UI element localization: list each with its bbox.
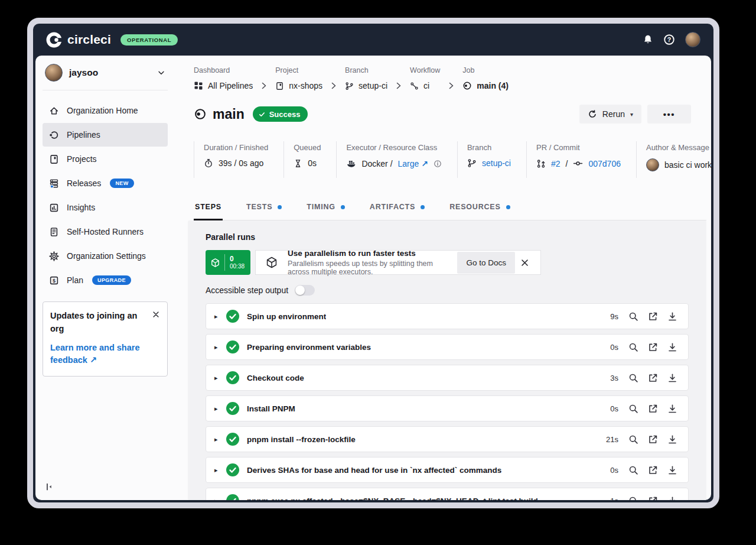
- close-icon[interactable]: [515, 258, 535, 267]
- sidebar-item-releases[interactable]: Releases NEW: [43, 171, 168, 195]
- step-duration: 21s: [599, 435, 618, 444]
- sidebar-item-organization-settings[interactable]: Organization Settings: [43, 244, 168, 268]
- breadcrumb-branch[interactable]: setup-ci: [345, 80, 387, 92]
- rerun-label: Rerun: [602, 109, 625, 119]
- sidebar-item-projects[interactable]: Projects: [43, 147, 168, 171]
- search-output-icon[interactable]: [628, 434, 638, 445]
- parallel-runs-row: 0 00:38 Use parallelism to run faster te…: [206, 250, 689, 275]
- search-output-icon[interactable]: [628, 373, 638, 383]
- collapse-sidebar-icon[interactable]: [43, 482, 168, 500]
- sidebar-item-plan[interactable]: $ Plan UPGRADE: [43, 268, 168, 292]
- expand-triangle-icon[interactable]: ▸: [214, 405, 225, 413]
- toggle-knob: [295, 286, 305, 295]
- step-duration: 0s: [603, 466, 618, 475]
- open-in-new-icon[interactable]: [648, 496, 658, 501]
- tab-dot: [341, 205, 345, 209]
- commit-hash-link[interactable]: 007d706: [588, 159, 621, 168]
- search-output-icon[interactable]: [628, 404, 638, 414]
- step-row[interactable]: ▸ Derives SHAs for base and head for use…: [206, 457, 689, 483]
- expand-triangle-icon[interactable]: ▸: [214, 343, 225, 351]
- download-icon[interactable]: [667, 465, 677, 475]
- breadcrumb-label: Project: [275, 66, 322, 75]
- tab-artifacts[interactable]: ARTIFACTS: [369, 198, 426, 220]
- step-row[interactable]: ▸ Spin up environment 9s: [206, 303, 689, 329]
- sidebar-item-label: Plan: [67, 275, 83, 285]
- circleci-logo[interactable]: circleci: [46, 32, 111, 48]
- commit-message: basic ci workflow: [664, 160, 711, 170]
- breadcrumb-group-job: Job main (4): [462, 66, 509, 92]
- learn-more-link[interactable]: Learn more and share feedback ↗: [50, 342, 160, 368]
- step-row[interactable]: ▸ Preparing environment variables 0s: [206, 334, 689, 360]
- stopwatch-icon: [204, 158, 213, 168]
- search-output-icon[interactable]: [628, 465, 638, 475]
- breadcrumb-all-pipelines[interactable]: All Pipelines: [194, 80, 253, 92]
- rerun-button[interactable]: Rerun ▾: [579, 105, 641, 124]
- pr-number-link[interactable]: #2: [551, 159, 561, 168]
- user-avatar[interactable]: [685, 32, 700, 47]
- notifications-bell-icon[interactable]: [643, 34, 653, 45]
- expand-triangle-icon[interactable]: ▸: [214, 497, 225, 501]
- tab-label: RESOURCES: [449, 203, 500, 211]
- project-icon: [275, 82, 284, 90]
- download-icon[interactable]: [667, 312, 677, 322]
- expand-triangle-icon[interactable]: ▸: [214, 436, 225, 443]
- accessible-output-toggle[interactable]: [295, 285, 315, 296]
- open-in-new-icon[interactable]: [648, 373, 658, 383]
- more-actions-button[interactable]: •••: [647, 105, 691, 124]
- breadcrumb-group-project: Project nx-shops: [275, 66, 322, 92]
- sidebar-item-label: Insights: [67, 203, 95, 212]
- step-row[interactable]: ▸ pnpm install --frozen-lockfile 21s: [206, 426, 689, 452]
- tab-tests[interactable]: TESTS: [245, 198, 283, 220]
- download-icon[interactable]: [667, 404, 677, 414]
- step-row[interactable]: ▸ pnpm exec nx affected --base=$NX_BASE …: [206, 488, 689, 500]
- download-icon[interactable]: [667, 373, 677, 383]
- resource-class-link[interactable]: Large ↗: [398, 159, 428, 168]
- status-operational-badge[interactable]: OPERATIONAL: [120, 34, 178, 46]
- search-output-icon[interactable]: [628, 342, 638, 352]
- step-row[interactable]: ▸ Checkout code 3s: [206, 365, 689, 391]
- info-executor: Executor / Resource Class Docker / Large…: [336, 141, 457, 178]
- expand-triangle-icon[interactable]: ▸: [214, 466, 225, 474]
- org-switcher[interactable]: jaysoo: [43, 56, 168, 90]
- go-to-docs-button[interactable]: Go to Docs: [457, 252, 515, 274]
- download-icon[interactable]: [667, 434, 677, 445]
- logo-text: circleci: [67, 33, 111, 47]
- parallel-run-tile[interactable]: 0 00:38: [206, 250, 250, 275]
- tab-label: STEPS: [195, 203, 221, 211]
- info-duration: Duration / Finished 39s / 0s ago: [194, 141, 284, 178]
- open-in-new-icon[interactable]: [648, 312, 658, 322]
- sidebar-item-pipelines[interactable]: Pipelines: [43, 123, 168, 147]
- open-in-new-icon[interactable]: [648, 342, 658, 352]
- download-icon[interactable]: [667, 496, 677, 501]
- upgrade-badge: UPGRADE: [92, 275, 131, 285]
- download-icon[interactable]: [667, 342, 677, 352]
- info-circle-icon[interactable]: [434, 160, 442, 168]
- open-in-new-icon[interactable]: [648, 465, 658, 475]
- sidebar-item-self-hosted-runners[interactable]: Self-Hosted Runners: [43, 220, 168, 244]
- open-in-new-icon[interactable]: [648, 434, 658, 445]
- sidebar-item-label: Projects: [67, 154, 97, 164]
- breadcrumb-job[interactable]: main (4): [462, 80, 509, 92]
- sidebar-item-insights[interactable]: Insights: [43, 196, 168, 219]
- plan-dollar-icon: $: [48, 275, 59, 286]
- branch-link[interactable]: setup-ci: [482, 158, 511, 168]
- org-name: jaysoo: [69, 67, 98, 78]
- tab-resources[interactable]: RESOURCES: [448, 198, 511, 220]
- circleci-logo-icon: [46, 32, 62, 48]
- search-output-icon[interactable]: [628, 496, 638, 501]
- expand-triangle-icon[interactable]: ▸: [214, 374, 225, 382]
- tab-steps[interactable]: STEPS: [194, 198, 223, 220]
- search-output-icon[interactable]: [628, 312, 638, 322]
- open-in-new-icon[interactable]: [648, 404, 658, 414]
- close-icon[interactable]: [152, 310, 160, 319]
- breadcrumb-project[interactable]: nx-shops: [275, 80, 322, 92]
- sidebar-item-organization-home[interactable]: Organization Home: [43, 99, 168, 122]
- step-row[interactable]: ▸ Install PNPM 0s: [206, 395, 689, 421]
- expand-triangle-icon[interactable]: ▸: [214, 313, 225, 320]
- step-title: Install PNPM: [247, 404, 295, 413]
- tab-timing[interactable]: TIMING: [305, 198, 346, 220]
- breadcrumb-text: All Pipelines: [208, 81, 253, 90]
- help-icon[interactable]: ?: [663, 34, 675, 46]
- breadcrumb-workflow[interactable]: ci: [410, 80, 440, 92]
- success-check-icon: [226, 371, 239, 384]
